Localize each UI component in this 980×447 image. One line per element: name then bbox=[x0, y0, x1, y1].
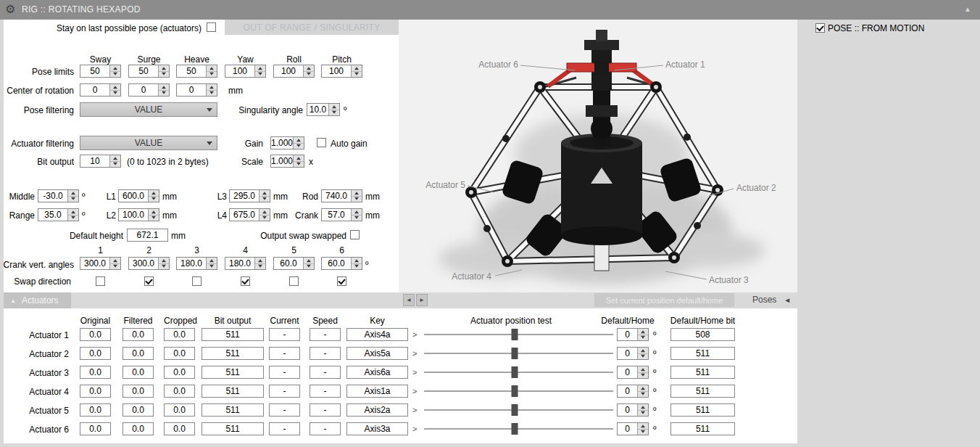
spin-up-icon[interactable] bbox=[110, 258, 120, 264]
position-test-slider[interactable] bbox=[423, 403, 615, 417]
spin-down-icon[interactable] bbox=[259, 197, 270, 202]
spin-up-icon[interactable] bbox=[294, 155, 304, 162]
crank-angle-4-spinner[interactable]: 180.0 bbox=[225, 257, 266, 270]
spin-up-icon[interactable] bbox=[259, 209, 270, 216]
key-field[interactable]: Axis4a bbox=[346, 328, 408, 341]
spin-up-icon[interactable] bbox=[159, 258, 169, 264]
spinner-arrows[interactable] bbox=[259, 209, 270, 221]
actuator-filtering-dropdown[interactable]: VALUE bbox=[80, 136, 217, 150]
spinner-arrows[interactable] bbox=[158, 258, 169, 269]
spin-down-icon[interactable] bbox=[207, 264, 217, 270]
spinner-arrows[interactable] bbox=[293, 155, 304, 167]
spin-up-icon[interactable] bbox=[294, 137, 304, 144]
spin-down-icon[interactable] bbox=[110, 91, 120, 97]
key-field[interactable]: Axis2a bbox=[346, 403, 408, 417]
spinner-arrows[interactable] bbox=[148, 209, 159, 221]
swap-direction-1-checkbox[interactable] bbox=[96, 276, 105, 286]
spinner-arrows[interactable] bbox=[109, 65, 120, 77]
spin-up-icon[interactable] bbox=[110, 65, 120, 72]
crank-angle-5-spinner[interactable]: 60.0 bbox=[273, 257, 315, 270]
spin-down-icon[interactable] bbox=[329, 110, 339, 116]
position-test-slider[interactable] bbox=[423, 347, 615, 360]
spin-up-icon[interactable] bbox=[259, 190, 270, 197]
spin-down-icon[interactable] bbox=[638, 392, 648, 398]
spin-up-icon[interactable] bbox=[352, 209, 362, 216]
spin-down-icon[interactable] bbox=[207, 91, 217, 97]
l4-spinner[interactable]: 675.0 bbox=[229, 208, 270, 221]
range-spinner[interactable]: 35.0 bbox=[38, 208, 79, 221]
l3-spinner[interactable]: 295.0 bbox=[229, 189, 270, 202]
spinner-arrows[interactable] bbox=[259, 190, 270, 202]
spin-down-icon[interactable] bbox=[638, 430, 648, 435]
swap-direction-3-checkbox[interactable] bbox=[192, 276, 202, 286]
spin-up-icon[interactable] bbox=[329, 104, 339, 110]
spinner-arrows[interactable] bbox=[351, 65, 362, 77]
spin-down-icon[interactable] bbox=[638, 335, 648, 341]
scale-spinner[interactable]: 1.000 bbox=[270, 155, 304, 168]
pose-limit-surge-spinner[interactable]: 50 bbox=[128, 65, 170, 78]
crank-angle-3-spinner[interactable]: 180.0 bbox=[176, 257, 217, 270]
center-heave-spinner[interactable]: 0 bbox=[176, 83, 217, 97]
pose-filtering-dropdown[interactable]: VALUE bbox=[80, 102, 217, 117]
l2-spinner[interactable]: 100.0 bbox=[118, 208, 159, 221]
default-home-spinner[interactable]: 0 bbox=[617, 347, 649, 360]
slider-handle[interactable] bbox=[512, 404, 518, 416]
spinner-arrows[interactable] bbox=[158, 65, 169, 77]
hexapod-3d-viewport[interactable]: Actuator 6 Actuator 1 Actuator 5 Actuato… bbox=[399, 20, 797, 292]
center-surge-spinner[interactable]: 0 bbox=[128, 83, 170, 97]
swap-direction-4-checkbox[interactable] bbox=[241, 276, 250, 286]
key-field[interactable]: Axis3a bbox=[346, 422, 408, 435]
position-test-slider[interactable] bbox=[423, 422, 615, 435]
position-test-slider[interactable] bbox=[423, 328, 615, 341]
crank-spinner[interactable]: 57.0 bbox=[321, 208, 362, 221]
spinner-arrows[interactable] bbox=[303, 65, 314, 77]
spinner-arrows[interactable] bbox=[254, 65, 265, 77]
swap-direction-2-checkbox[interactable] bbox=[144, 276, 154, 286]
rod-spinner[interactable]: 740.0 bbox=[321, 189, 362, 202]
spin-up-icon[interactable] bbox=[110, 84, 120, 91]
spin-up-icon[interactable] bbox=[638, 348, 648, 354]
spinner-arrows[interactable] bbox=[351, 190, 362, 202]
crank-angle-2-spinner[interactable]: 300.0 bbox=[128, 257, 170, 270]
bit-output-spinner[interactable]: 10 bbox=[80, 155, 121, 168]
spin-up-icon[interactable] bbox=[638, 385, 648, 392]
gain-spinner[interactable]: 1.000 bbox=[270, 136, 304, 149]
spinner-arrows[interactable] bbox=[67, 190, 78, 202]
spinner-arrows[interactable] bbox=[206, 258, 217, 269]
collapse-panel-icon[interactable]: ▲ bbox=[964, 5, 971, 13]
spin-down-icon[interactable] bbox=[304, 264, 314, 270]
spin-up-icon[interactable] bbox=[255, 65, 265, 72]
slider-handle[interactable] bbox=[512, 423, 518, 435]
key-field[interactable]: Axis5a bbox=[346, 347, 408, 360]
spin-up-icon[interactable] bbox=[638, 423, 648, 430]
spin-up-icon[interactable] bbox=[255, 258, 265, 264]
default-home-spinner[interactable]: 0 bbox=[617, 422, 649, 435]
spin-up-icon[interactable] bbox=[638, 329, 648, 335]
spinner-arrows[interactable] bbox=[303, 258, 314, 269]
spinner-arrows[interactable] bbox=[158, 84, 169, 96]
spinner-arrows[interactable] bbox=[637, 348, 648, 359]
spin-down-icon[interactable] bbox=[294, 162, 304, 168]
spin-down-icon[interactable] bbox=[159, 264, 169, 270]
spinner-arrows[interactable] bbox=[328, 104, 339, 115]
spin-up-icon[interactable] bbox=[304, 258, 314, 264]
spin-down-icon[interactable] bbox=[259, 216, 270, 221]
spinner-arrows[interactable] bbox=[109, 258, 120, 269]
default-home-spinner[interactable]: 0 bbox=[617, 366, 649, 379]
spin-down-icon[interactable] bbox=[638, 373, 648, 379]
spin-down-icon[interactable] bbox=[294, 144, 304, 149]
swap-direction-5-checkbox[interactable] bbox=[289, 276, 299, 286]
stay-last-pose-checkbox[interactable] bbox=[207, 22, 216, 32]
spin-down-icon[interactable] bbox=[110, 72, 120, 78]
spin-up-icon[interactable] bbox=[110, 155, 120, 162]
default-home-spinner[interactable]: 0 bbox=[617, 403, 649, 417]
key-field[interactable]: Axis1a bbox=[346, 385, 408, 398]
poses-control[interactable]: Poses◄ bbox=[752, 295, 791, 305]
spinner-arrows[interactable] bbox=[637, 385, 648, 397]
spin-up-icon[interactable] bbox=[352, 258, 362, 264]
auto-gain-checkbox[interactable] bbox=[317, 138, 326, 147]
spinner-arrows[interactable] bbox=[206, 65, 217, 77]
spin-up-icon[interactable] bbox=[207, 84, 217, 91]
spinner-arrows[interactable] bbox=[109, 84, 120, 96]
spinner-arrows[interactable] bbox=[637, 366, 648, 378]
